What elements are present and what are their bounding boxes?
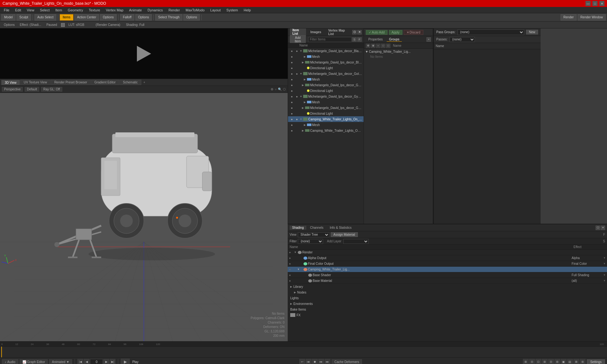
minimize-button[interactable]: — [586,1,591,6]
lib-item-nodes[interactable]: ▶ Nodes [288,289,607,295]
maximize-button[interactable]: □ [592,1,598,6]
arrow-14[interactable]: ▶ [303,123,306,126]
groups-icon-3[interactable]: ○ [376,44,380,48]
st-eye-5[interactable]: ● [289,273,294,277]
menu-item-geometry[interactable]: Geometry [65,8,85,13]
shading-label[interactable]: Shading: Full [124,23,146,27]
menu-item-maxtomodo[interactable]: MaxToModo [183,8,207,13]
3d-viewport[interactable]: X Y Z No Items Polygons: Catmull-Clark C… [0,93,288,341]
apply-button[interactable]: Apply [389,30,402,35]
select-through-button[interactable]: Select Through [155,14,182,21]
tab-3d-view[interactable]: 3D View [1,80,20,85]
st-arrow-render[interactable]: ▼ [294,251,297,254]
effect-label[interactable]: Effect: (Shadi... [18,23,43,27]
paused-label[interactable]: Paused [45,23,59,27]
arrow-5[interactable]: ▼ [299,72,303,75]
eye-icon-14[interactable]: ● [291,123,293,127]
eye-icon-5[interactable]: ● [291,72,293,76]
arrow-7[interactable]: ▶ [301,83,304,87]
shading-close-icon[interactable]: ✕ [601,226,605,230]
tree-row-6[interactable]: ● ▶ Mesh [288,76,364,82]
st-item-camping[interactable]: ● ▼ Camping_White_Trailer_Lig... [288,267,607,272]
tree-row-3[interactable]: ● ▶ Michelangelo_David_lps_decor_Black (… [288,59,364,65]
extra-btn-6[interactable]: ⊞ [555,359,560,364]
props-expand-icon[interactable]: + [426,37,431,42]
tab-gradient-editor[interactable]: Gradient Editor [91,80,119,85]
graph-editor-button[interactable]: 📈 Graph Editor [20,359,48,364]
lib-item-library[interactable]: ▶ Library [288,284,607,289]
lib-item-bake[interactable]: Bake Items [288,306,607,312]
groups-tree-item[interactable]: ▼ Camping_White_Trailer_Lig... [364,49,433,54]
passes-dropdown[interactable]: (none) [450,37,475,42]
st-item-base-material[interactable]: ● Base Material (all) ▼ [288,278,607,284]
add-layer-dropdown[interactable] [343,239,369,244]
viewport-search-icon[interactable]: 🔍 [278,88,282,91]
tab-render-preset[interactable]: Render Preset Browser [51,80,91,85]
options-button-1[interactable]: Options [100,14,116,21]
tree-row-10[interactable]: ● ▶ Mesh [288,99,364,105]
tree-row-9[interactable]: ● ● ▼ Michelangelo_David_lps_decor_Gypsu… [288,94,364,99]
st-eye-6[interactable]: ● [289,279,294,282]
tab-channels[interactable]: Channels [308,226,326,230]
next-key-button[interactable]: ▶ [103,359,109,364]
st-item-base-shader[interactable]: ● Base Shader Full Shading ▼ [288,272,607,278]
window-controls[interactable]: — □ ✕ [586,1,604,6]
arrow-9[interactable]: ▼ [299,95,303,98]
lib-item-fx[interactable]: FX [288,312,607,318]
prev-frame-button[interactable]: |◀ [77,359,83,364]
tree-row-5[interactable]: ● ● ▼ Michelangelo_David_lps_decor_Gold_… [288,71,364,76]
menu-item-item[interactable]: Item [53,8,64,13]
st-eye-2[interactable]: ● [289,256,294,260]
tree-row-4[interactable]: ● Directional Light [288,65,364,71]
add-viewport-tab[interactable]: + [142,80,147,85]
eye-icon-8[interactable]: ● [291,89,293,93]
shading-s-icon[interactable]: S [603,240,605,243]
groups-icon-5[interactable]: □ [386,44,390,48]
viewport-expand-icon[interactable]: ⬡ [283,88,286,91]
groups-icon-4[interactable]: □ [381,44,385,48]
sculpt-button[interactable]: Sculpt [16,14,31,21]
expand-panel-icon[interactable]: ⬡ [352,30,357,34]
menu-item-vertex-map[interactable]: Vertex Map [103,8,126,13]
tab-schematic[interactable]: Schematic [120,80,141,85]
vis-icon-9[interactable]: ● [296,95,298,98]
viewport-settings-icon[interactable]: ⚙ [271,88,273,91]
extra-btn-2[interactable]: ⊟ [529,359,535,364]
menu-item-file[interactable]: File [1,8,12,13]
next-marker-button[interactable]: ⏭ [318,359,324,364]
items-button[interactable]: Items [60,14,73,21]
prev-key-button[interactable]: ◀ [84,359,89,364]
view-type-selector[interactable]: Perspective [2,87,23,92]
tab-groups[interactable]: Groups [387,37,402,42]
render-window-button[interactable]: Render Window [578,14,606,21]
tree-row-14[interactable]: ● ▶ Mesh [288,122,364,128]
shading-expand-icon[interactable]: ⬡ [596,226,600,230]
play-label[interactable]: Play [132,360,138,364]
filter-dropdown[interactable]: (none) [298,239,323,244]
tree-row-15[interactable]: ● ▶ Camping_White_Trailer_Lights_On (2..… [288,128,364,133]
f-button[interactable]: F [357,37,362,42]
action-center-button[interactable]: Action Center [74,14,99,21]
groups-icon-2[interactable]: ⊞ [371,44,375,48]
st-dropdown-final[interactable]: ▼ [603,262,606,265]
tree-row-1[interactable]: ● ● ▼ Michelangelo_David_lps_decor_Black… [288,48,364,54]
st-eye-4[interactable]: ● [289,268,294,271]
lib-item-lights[interactable]: Lights [288,295,607,301]
menu-item-view[interactable]: View [24,8,37,13]
cache-deformers-button[interactable]: Cache Deformers [332,359,362,364]
settings-button[interactable]: Settings [587,359,605,364]
add-item-button[interactable]: Add Item [290,35,306,44]
st-arrow-camping[interactable]: ▼ [297,268,300,271]
f-label[interactable]: F [603,233,605,236]
discard-button[interactable]: ✕ Discard [404,30,423,35]
vis-icon-5[interactable]: ● [296,72,298,76]
eye-icon-11[interactable]: ● [291,106,293,110]
tab-properties[interactable]: Properties [366,37,385,41]
menu-item-animate[interactable]: Animate [126,8,144,13]
close-panel-icon[interactable]: ✕ [357,30,362,34]
tab-info-statistics[interactable]: Info & Statistics [327,226,354,230]
extra-btn-8[interactable]: ▤ [567,359,573,364]
options-button-2[interactable]: Options [135,14,152,21]
menu-item-texture[interactable]: Texture [86,8,103,13]
play-button[interactable]: ▶ [121,359,130,364]
